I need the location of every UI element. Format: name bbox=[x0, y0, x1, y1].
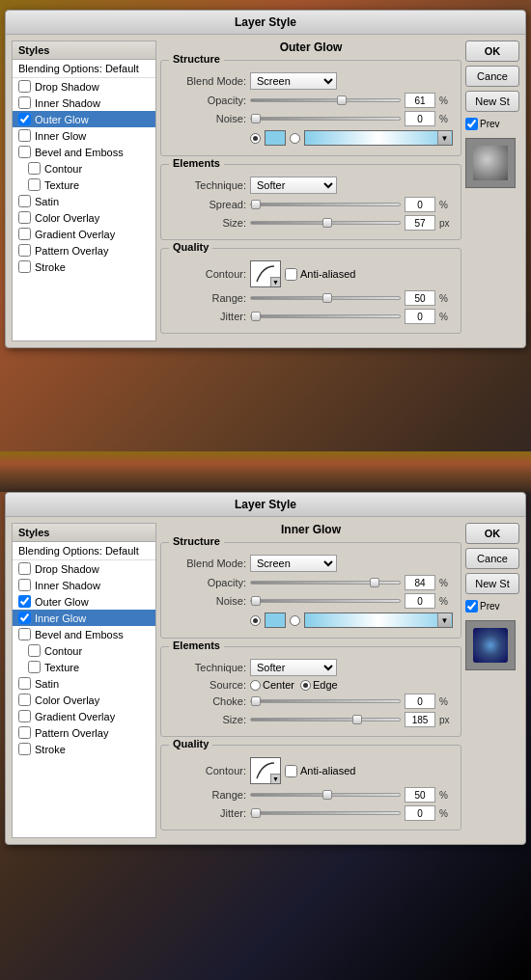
radio-center-bottom[interactable] bbox=[250, 680, 261, 691]
checkbox-satin-top[interactable] bbox=[18, 195, 31, 207]
contour-arrow-bottom[interactable]: ▼ bbox=[270, 774, 280, 783]
checkbox-gradient-overlay-bottom[interactable] bbox=[18, 710, 31, 722]
checkbox-contour-bottom[interactable] bbox=[28, 644, 41, 657]
style-outer-glow-bottom[interactable]: Outer Glow bbox=[13, 593, 155, 610]
blending-options-bottom[interactable]: Blending Options: Default bbox=[13, 542, 155, 560]
ok-button-top[interactable]: OK bbox=[465, 41, 519, 62]
range-slider-top[interactable] bbox=[250, 296, 401, 300]
size-input-top[interactable]: 57 bbox=[405, 215, 435, 231]
new-style-button-bottom[interactable]: New St bbox=[465, 573, 519, 594]
style-bevel-emboss-top[interactable]: Bevel and Emboss bbox=[13, 144, 155, 160]
style-inner-glow-top[interactable]: Inner Glow bbox=[13, 127, 155, 144]
radio-solid-bottom[interactable] bbox=[250, 615, 261, 626]
noise-input-top[interactable]: 0 bbox=[405, 111, 435, 126]
radio-edge-bottom[interactable] bbox=[300, 680, 311, 691]
size-input-bottom[interactable]: 185 bbox=[405, 712, 435, 727]
style-texture-top[interactable]: Texture bbox=[13, 177, 155, 193]
style-inner-shadow-top[interactable]: Inner Shadow bbox=[13, 95, 155, 111]
checkbox-stroke-bottom[interactable] bbox=[18, 743, 31, 755]
checkbox-texture-bottom[interactable] bbox=[28, 661, 41, 673]
checkbox-bevel-emboss-bottom[interactable] bbox=[18, 628, 31, 640]
jitter-input-bottom[interactable]: 0 bbox=[405, 805, 435, 821]
style-pattern-overlay-top[interactable]: Pattern Overlay bbox=[13, 242, 155, 259]
radio-gradient-top[interactable] bbox=[290, 133, 300, 144]
source-edge-option[interactable]: Edge bbox=[300, 679, 338, 691]
noise-slider-top[interactable] bbox=[250, 117, 401, 121]
checkbox-color-overlay-top[interactable] bbox=[18, 211, 31, 224]
style-drop-shadow-bottom[interactable]: Drop Shadow bbox=[13, 560, 155, 577]
range-input-bottom[interactable]: 50 bbox=[405, 787, 435, 803]
style-drop-shadow-top[interactable]: Drop Shadow bbox=[13, 78, 155, 95]
choke-input-bottom[interactable]: 0 bbox=[405, 694, 435, 709]
checkbox-texture-top[interactable] bbox=[28, 178, 41, 191]
color-swatch-top[interactable] bbox=[265, 130, 286, 146]
new-style-button-top[interactable]: New St bbox=[465, 91, 519, 112]
anti-alias-checkbox-bottom[interactable] bbox=[285, 765, 297, 777]
radio-gradient-bottom[interactable] bbox=[290, 615, 300, 626]
checkbox-inner-shadow-top[interactable] bbox=[18, 96, 31, 109]
contour-preview-top[interactable]: ▼ bbox=[250, 260, 281, 287]
checkbox-pattern-overlay-bottom[interactable] bbox=[18, 726, 31, 739]
style-satin-bottom[interactable]: Satin bbox=[13, 675, 155, 692]
contour-arrow-top[interactable]: ▼ bbox=[270, 277, 280, 286]
style-contour-top[interactable]: Contour bbox=[13, 160, 155, 177]
contour-preview-bottom[interactable]: ▼ bbox=[250, 757, 281, 784]
checkbox-stroke-top[interactable] bbox=[18, 260, 31, 273]
size-slider-bottom[interactable] bbox=[250, 718, 401, 721]
spread-slider-top[interactable] bbox=[250, 203, 401, 206]
style-gradient-overlay-top[interactable]: Gradient Overlay bbox=[13, 226, 155, 242]
gradient-bar-top[interactable]: ▼ bbox=[304, 130, 453, 146]
style-inner-glow-bottom[interactable]: Inner Glow bbox=[13, 610, 155, 626]
blending-options-top[interactable]: Blending Options: Default bbox=[13, 60, 155, 78]
style-stroke-top[interactable]: Stroke bbox=[13, 259, 155, 275]
checkbox-outer-glow-bottom[interactable] bbox=[18, 595, 31, 608]
spread-input-top[interactable]: 0 bbox=[405, 197, 435, 212]
range-input-top[interactable]: 50 bbox=[405, 290, 435, 306]
noise-slider-bottom[interactable] bbox=[250, 599, 401, 603]
style-texture-bottom[interactable]: Texture bbox=[13, 659, 155, 675]
anti-alias-checkbox-top[interactable] bbox=[285, 268, 297, 281]
checkbox-bevel-emboss-top[interactable] bbox=[18, 146, 31, 158]
cancel-button-bottom[interactable]: Cance bbox=[465, 548, 519, 569]
checkbox-drop-shadow-top[interactable] bbox=[18, 80, 31, 93]
choke-slider-bottom[interactable] bbox=[250, 699, 401, 703]
style-color-overlay-top[interactable]: Color Overlay bbox=[13, 209, 155, 226]
checkbox-inner-glow-top[interactable] bbox=[18, 129, 31, 142]
cancel-button-top[interactable]: Cance bbox=[465, 66, 519, 87]
checkbox-contour-top[interactable] bbox=[28, 162, 41, 175]
gradient-bar-bottom[interactable]: ▼ bbox=[304, 612, 453, 628]
jitter-slider-top[interactable] bbox=[250, 314, 401, 318]
checkbox-outer-glow-top[interactable] bbox=[18, 113, 31, 125]
checkbox-pattern-overlay-top[interactable] bbox=[18, 244, 31, 257]
style-pattern-overlay-bottom[interactable]: Pattern Overlay bbox=[13, 724, 155, 741]
jitter-slider-bottom[interactable] bbox=[250, 811, 401, 815]
checkbox-gradient-overlay-top[interactable] bbox=[18, 228, 31, 240]
source-center-option[interactable]: Center bbox=[250, 679, 294, 691]
range-slider-bottom[interactable] bbox=[250, 793, 401, 797]
jitter-input-top[interactable]: 0 bbox=[405, 309, 435, 324]
style-satin-top[interactable]: Satin bbox=[13, 193, 155, 209]
preview-check-bottom[interactable] bbox=[465, 600, 478, 612]
opacity-input-top[interactable]: 61 bbox=[405, 93, 435, 108]
style-gradient-overlay-bottom[interactable]: Gradient Overlay bbox=[13, 708, 155, 724]
preview-checkbox-top[interactable]: Prev bbox=[465, 118, 519, 130]
gradient-arrow-top[interactable]: ▼ bbox=[437, 131, 451, 145]
opacity-slider-bottom[interactable] bbox=[250, 581, 401, 585]
ok-button-bottom[interactable]: OK bbox=[465, 523, 519, 544]
style-color-overlay-bottom[interactable]: Color Overlay bbox=[13, 692, 155, 708]
style-bevel-emboss-bottom[interactable]: Bevel and Emboss bbox=[13, 626, 155, 642]
checkbox-inner-glow-bottom[interactable] bbox=[18, 612, 31, 624]
size-slider-top[interactable] bbox=[250, 221, 401, 225]
noise-input-bottom[interactable]: 0 bbox=[405, 593, 435, 609]
checkbox-inner-shadow-bottom[interactable] bbox=[18, 579, 31, 591]
preview-check-top[interactable] bbox=[465, 118, 478, 130]
gradient-arrow-bottom[interactable]: ▼ bbox=[437, 613, 451, 627]
blend-mode-select-top[interactable]: Screen Normal Multiply bbox=[250, 72, 337, 90]
anti-alias-label-top[interactable]: Anti-aliased bbox=[285, 268, 355, 281]
style-contour-bottom[interactable]: Contour bbox=[13, 642, 155, 659]
style-inner-shadow-bottom[interactable]: Inner Shadow bbox=[13, 577, 155, 593]
anti-alias-label-bottom[interactable]: Anti-aliased bbox=[285, 765, 355, 777]
checkbox-satin-bottom[interactable] bbox=[18, 677, 31, 690]
checkbox-drop-shadow-bottom[interactable] bbox=[18, 562, 31, 575]
technique-select-bottom[interactable]: Softer Precise bbox=[250, 659, 337, 676]
